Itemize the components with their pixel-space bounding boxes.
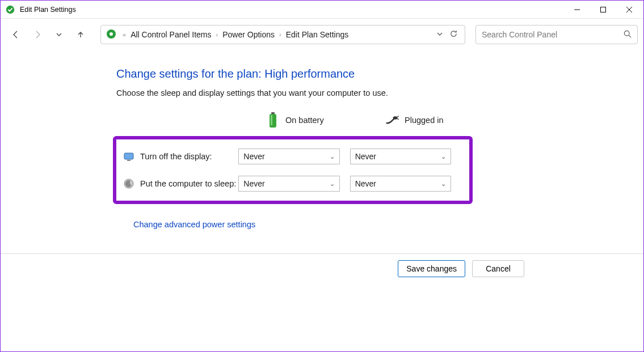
svg-rect-9 [271,112,275,114]
column-on-battery: On battery [266,112,385,128]
page-heading: Change settings for the plan: High perfo… [116,67,626,80]
up-button[interactable] [75,29,86,40]
column-plugged-in: Plugged in [385,112,504,128]
nav-arrows [11,29,86,40]
dropdown-sleep-battery[interactable]: Never ⌄ [238,176,339,192]
svg-rect-15 [124,153,133,159]
page-subtext: Choose the sleep and display settings th… [116,88,626,97]
svg-point-7 [624,31,629,36]
svg-point-0 [6,5,14,13]
svg-line-8 [629,35,631,37]
breadcrumb-item-3[interactable]: Edit Plan Settings [284,30,351,39]
navigation-row: « All Control Panel Items › Power Option… [1,19,643,50]
display-icon [123,151,134,162]
plug-icon [385,112,399,128]
close-button[interactable] [616,1,642,18]
chevron-down-icon: ⌄ [441,180,446,188]
svg-rect-11 [271,115,272,125]
breadcrumb-item-1[interactable]: All Control Panel Items [128,30,213,39]
row-sleep: Put the computer to sleep: Never ⌄ Never… [123,176,461,192]
chevron-down-icon: ⌄ [441,153,446,160]
search-box[interactable] [475,25,638,44]
svg-point-6 [110,32,113,36]
save-button[interactable]: Save changes [398,260,465,277]
columns-header: On battery Plugged in [266,112,626,128]
row-display: Turn off the display: Never ⌄ Never ⌄ [123,149,461,164]
app-icon [5,5,15,15]
address-dropdown[interactable] [433,30,447,39]
dropdown-sleep-plugged[interactable]: Never ⌄ [350,176,451,192]
chevron-right-icon: › [277,31,284,38]
dropdown-value: Never [355,179,376,188]
search-input[interactable] [482,30,624,39]
dropdown-value: Never [355,152,376,161]
dropdown-display-battery[interactable]: Never ⌄ [238,149,339,164]
svg-rect-2 [601,7,606,12]
row-label-sleep: Put the computer to sleep: [123,178,238,189]
label-turn-off-display: Turn off the display: [140,152,212,161]
dropdown-value: Never [243,179,264,188]
forward-button[interactable] [32,29,43,40]
column-label-plugged: Plugged in [405,116,444,125]
battery-icon [266,112,280,128]
main-content: Change settings for the plan: High perfo… [1,50,643,230]
sleep-icon [123,178,134,189]
control-panel-icon [106,28,117,41]
breadcrumb-item-2[interactable]: Power Options [220,30,277,39]
svg-line-14 [397,119,399,120]
back-button[interactable] [11,29,21,40]
refresh-button[interactable] [447,29,460,40]
svg-rect-10 [270,114,276,128]
label-put-to-sleep: Put the computer to sleep: [140,179,236,188]
chevron-right-icon: › [214,31,221,38]
recent-dropdown[interactable] [54,29,64,40]
titlebar: Edit Plan Settings [1,1,643,19]
address-bar[interactable]: « All Control Panel Items › Power Option… [100,25,465,44]
window-controls [564,1,642,18]
breadcrumb-back-icon[interactable]: « [120,31,128,38]
svg-rect-16 [127,160,131,161]
chevron-down-icon: ⌄ [330,180,335,188]
advanced-power-settings-link[interactable]: Change advanced power settings [133,220,255,229]
window-title: Edit Plan Settings [20,6,564,14]
maximize-button[interactable] [590,1,616,18]
chevron-down-icon: ⌄ [330,153,335,160]
column-label-battery: On battery [285,116,324,125]
dropdown-value: Never [243,152,264,161]
svg-point-12 [393,116,398,120]
footer-bar: Save changes Cancel [1,253,643,283]
cancel-button[interactable]: Cancel [472,260,524,277]
dropdown-display-plugged[interactable]: Never ⌄ [350,149,451,164]
svg-line-13 [397,116,399,117]
minimize-button[interactable] [564,1,590,18]
highlighted-settings-box: Turn off the display: Never ⌄ Never ⌄ Pu… [113,136,473,204]
row-label-display: Turn off the display: [123,151,238,162]
search-icon[interactable] [624,30,632,40]
